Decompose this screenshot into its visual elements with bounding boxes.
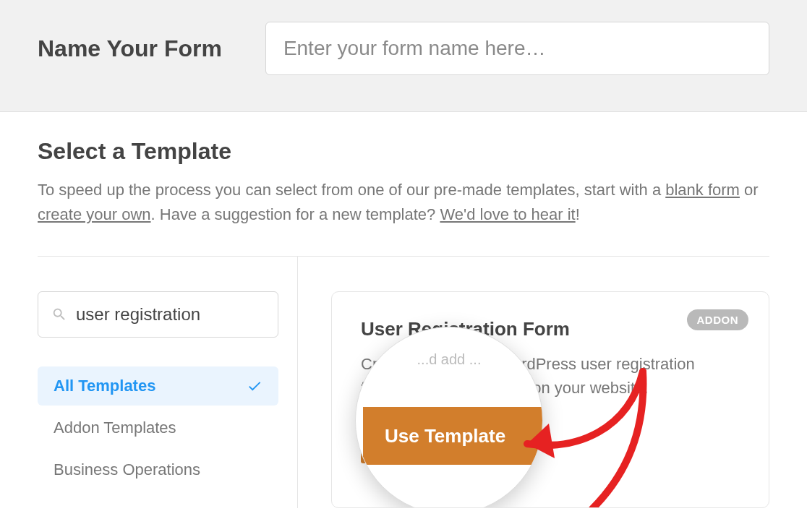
category-list: All Templates Addon Templates Business O… <box>38 366 278 489</box>
header-band: Name Your Form <box>0 0 807 112</box>
search-icon <box>51 306 67 322</box>
category-label: Business Operations <box>54 460 200 479</box>
create-your-own-link[interactable]: create your own <box>38 205 151 223</box>
desc-text: ! <box>576 205 580 223</box>
name-input-wrap <box>265 22 769 75</box>
content-row: All Templates Addon Templates Business O… <box>38 257 769 508</box>
main-area: Select a Template To speed up the proces… <box>0 112 807 508</box>
checkmark-icon <box>247 378 262 394</box>
template-card-description: Create customized WordPress user registr… <box>361 352 740 400</box>
template-sidebar: All Templates Addon Templates Business O… <box>38 257 298 508</box>
category-label: Addon Templates <box>54 419 176 437</box>
template-pane: ADDON User Registration Form Create cust… <box>298 257 769 508</box>
desc-text: . Have a suggestion for a new template? <box>151 205 440 223</box>
svg-marker-0 <box>527 424 555 458</box>
select-template-description: To speed up the process you can select f… <box>38 178 769 227</box>
select-template-heading: Select a Template <box>38 138 769 165</box>
name-your-form-label: Name Your Form <box>38 35 265 62</box>
desc-text: or <box>740 181 759 199</box>
use-template-button[interactable]: Use Template <box>361 417 527 463</box>
form-name-input[interactable] <box>265 22 769 75</box>
template-search-input[interactable] <box>76 304 265 325</box>
category-addon-templates[interactable]: Addon Templates <box>38 408 278 447</box>
template-search-box[interactable] <box>38 291 278 338</box>
category-business-operations[interactable]: Business Operations <box>38 450 278 489</box>
category-label: All Templates <box>54 377 155 395</box>
template-card-user-registration: ADDON User Registration Form Create cust… <box>331 291 769 508</box>
desc-text: To speed up the process you can select f… <box>38 181 665 199</box>
addon-badge: ADDON <box>687 309 749 330</box>
suggestion-link[interactable]: We'd love to hear it <box>440 205 575 223</box>
template-card-title: User Registration Form <box>361 318 740 340</box>
category-all-templates[interactable]: All Templates <box>38 366 278 406</box>
blank-form-link[interactable]: blank form <box>665 181 740 199</box>
